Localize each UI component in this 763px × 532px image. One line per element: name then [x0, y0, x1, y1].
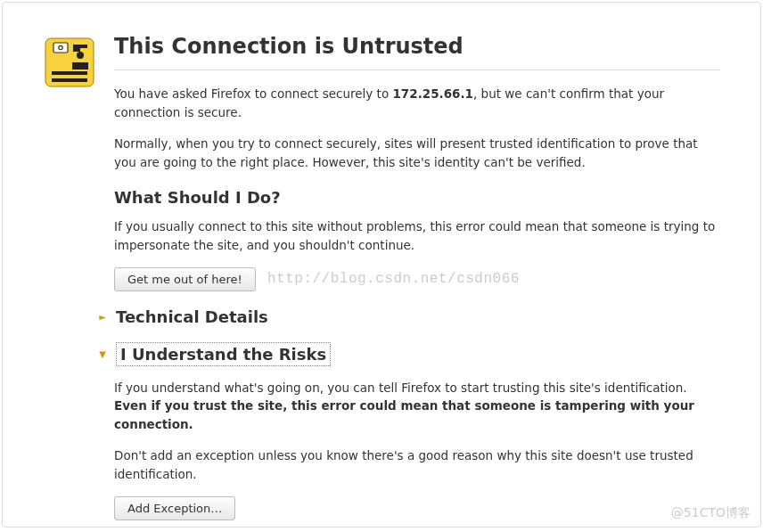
technical-details-expander[interactable]: ► Technical Details	[98, 307, 720, 326]
risks-paragraph-2: Don't add an exception unless you know t…	[114, 446, 720, 484]
chevron-right-icon: ►	[98, 312, 107, 322]
svg-point-3	[77, 52, 84, 59]
intro-paragraph-1: You have asked Firefox to connect secure…	[114, 85, 720, 122]
add-exception-button[interactable]: Add Exception…	[114, 496, 235, 520]
page-title: This Connection is Untrusted	[114, 34, 720, 70]
ip-address: 172.25.66.1	[392, 86, 473, 101]
intro-paragraph-2: Normally, when you try to connect secure…	[114, 135, 720, 172]
warning-officer-icon	[43, 36, 96, 89]
svg-rect-1	[53, 43, 68, 53]
technical-details-title: Technical Details	[116, 307, 268, 326]
understand-risks-expander[interactable]: ▼ I Understand the Risks	[98, 342, 720, 366]
chevron-down-icon: ▼	[98, 349, 107, 359]
advice-paragraph: If you usually connect to this site with…	[114, 217, 720, 255]
risks-paragraph-1: If you understand what's going on, you c…	[114, 379, 720, 435]
get-me-out-button[interactable]: Get me out of here!	[114, 267, 256, 291]
understand-risks-title: I Understand the Risks	[116, 342, 331, 366]
what-should-i-do-heading: What Should I Do?	[114, 188, 720, 207]
svg-rect-4	[52, 71, 87, 75]
svg-rect-5	[52, 78, 87, 82]
